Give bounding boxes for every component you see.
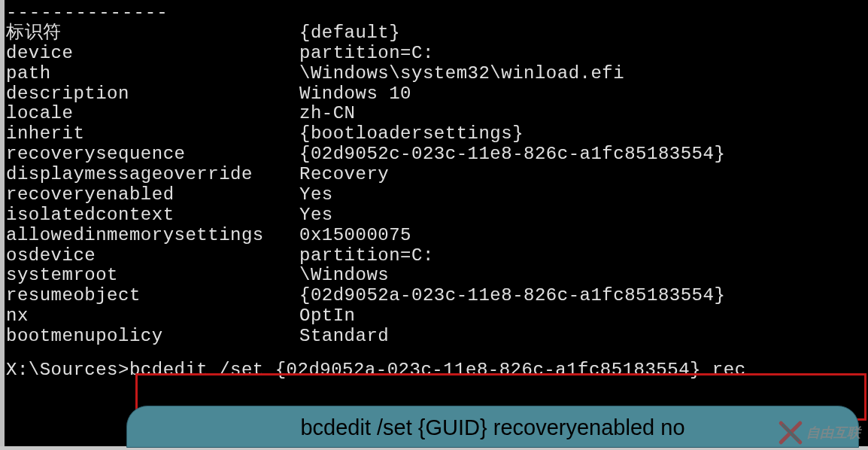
command-prompt-line[interactable]: X:\Sources>bcdedit /set {02d9052a-023c-1… [6,360,868,381]
entry-key: inherit [6,124,299,144]
entry-value: \Windows [299,266,389,286]
entry-key: resumeobject [6,286,299,306]
entry-key: recoveryenabled [6,185,299,205]
bcd-entry: 标识符{default} [6,23,868,44]
entry-value: zh-CN [299,104,356,124]
bcd-entry: descriptionWindows 10 [6,84,868,105]
entry-key: device [6,44,299,64]
entry-value: {02d9052c-023c-11e8-826c-a1fc85183554} [299,144,725,165]
watermark-text: 自由互联 [806,424,860,442]
entry-key: displaymessageoverride [6,165,299,185]
entry-key: allowedinmemorysettings [6,226,299,246]
entry-key: locale [6,104,299,124]
watermark: 自由互联 [778,420,860,445]
bcd-entry: osdevicepartition=C: [6,246,868,266]
bcd-entry: path\Windows\system32\winload.efi [6,64,868,84]
entry-key: path [6,64,299,84]
entry-value: Windows 10 [299,84,411,105]
bcd-entry: nxOptIn [6,306,868,327]
entry-value: Yes [299,185,333,205]
bcd-entry: displaymessageoverrideRecovery [6,165,868,185]
bcd-entry: recoverysequence{02d9052c-023c-11e8-826c… [6,144,868,165]
entry-value: partition=C: [299,246,434,266]
entry-value: Recovery [299,165,389,185]
prompt-path: X:\Sources> [6,360,129,380]
bcd-entry: allowedinmemorysettings0x15000075 [6,226,868,246]
watermark-logo-icon [778,420,803,445]
entry-key: isolatedcontext [6,205,299,226]
terminal-window[interactable]: -------------- 标识符{default}devicepartiti… [0,0,868,450]
entry-value: Standard [299,327,389,347]
instruction-bubble: bcdedit /set {GUID} recoveryenabled no [126,406,859,448]
entry-key: systemroot [6,266,299,286]
entry-key: description [6,84,299,105]
bcd-entries: 标识符{default}devicepartition=C:path\Windo… [6,23,868,347]
entry-key: 标识符 [6,23,299,44]
entry-key: nx [6,306,299,327]
bcd-entry: devicepartition=C: [6,44,868,64]
bcd-entry: systemroot\Windows [6,266,868,286]
instruction-text: bcdedit /set {GUID} recoveryenabled no [300,415,684,439]
entry-value: {02d9052a-023c-11e8-826c-a1fc85183554} [299,286,725,306]
bcd-entry: bootmenupolicyStandard [6,327,868,347]
entry-value: {default} [299,23,400,44]
bcd-entry: inherit{bootloadersettings} [6,124,868,144]
bcd-entry: localezh-CN [6,104,868,124]
entry-key: osdevice [6,246,299,266]
entry-value: partition=C: [299,44,434,64]
left-edge [0,0,5,450]
entry-value: {bootloadersettings} [299,124,524,144]
entry-key: bootmenupolicy [6,327,299,347]
entry-key: recoverysequence [6,144,299,165]
entry-value: 0x15000075 [299,226,411,246]
bcd-entry: isolatedcontextYes [6,205,868,226]
bcd-entry: resumeobject{02d9052a-023c-11e8-826c-a1f… [6,286,868,306]
bcd-entry: recoveryenabledYes [6,185,868,205]
section-divider: -------------- [6,3,868,23]
entry-value: \Windows\system32\winload.efi [299,64,624,84]
entry-value: Yes [299,205,333,226]
command-input[interactable]: bcdedit /set {02d9052a-023c-11e8-826c-a1… [129,360,746,380]
entry-value: OptIn [299,306,356,327]
